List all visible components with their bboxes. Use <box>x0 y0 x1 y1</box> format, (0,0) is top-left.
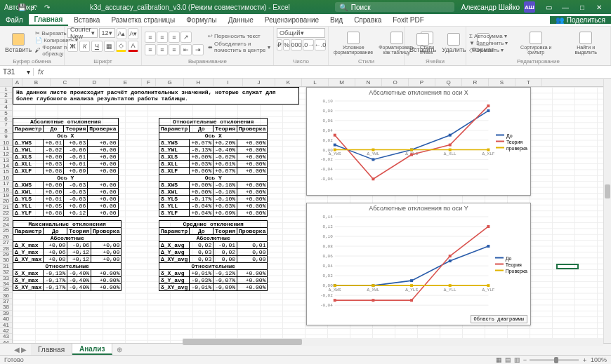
zoom-level[interactable]: 100% <box>591 356 607 363</box>
sheet-next-icon[interactable]: ▶ <box>21 346 27 353</box>
zoom-in-icon[interactable]: ＋ <box>582 356 588 365</box>
font-color-icon[interactable]: A <box>128 41 138 52</box>
svg-text:Δ_YWL: Δ_YWL <box>367 151 379 156</box>
fx-icon[interactable]: fx <box>34 68 48 76</box>
svg-rect-70 <box>334 299 336 302</box>
align-right-icon[interactable]: ≡ <box>169 44 180 55</box>
svg-text:Δ_YLF: Δ_YLF <box>482 288 494 292</box>
indent-inc-icon[interactable]: ⇥ <box>192 44 204 55</box>
undo-icon[interactable]: ↶ <box>29 4 39 11</box>
save-icon[interactable]: 💾 <box>17 4 27 11</box>
menu-foxit[interactable]: Foxit PDF <box>387 14 429 26</box>
scrollbar-horizontal[interactable] <box>183 338 603 346</box>
fontsize-select[interactable]: 12 ▾ <box>99 28 115 38</box>
svg-rect-77 <box>410 284 413 287</box>
svg-text:0,08: 0,08 <box>322 244 333 249</box>
sheet-tab-analysis[interactable]: Анализ <box>72 344 112 355</box>
scrollbar-vertical[interactable] <box>603 79 611 343</box>
font-select[interactable]: Courier New ▾ <box>67 28 98 38</box>
percent-icon[interactable]: % <box>283 39 290 50</box>
shrink-font-icon[interactable]: A▾ <box>128 28 138 39</box>
menu-review[interactable]: Рецензирование <box>259 14 324 26</box>
paste-icon <box>12 33 25 46</box>
data-table: Абсолютные отклоненияПараметрДоТеорияПро… <box>13 118 119 217</box>
grow-font-icon[interactable]: A▴ <box>117 28 127 39</box>
svg-rect-33 <box>487 105 490 107</box>
name-box[interactable]: T31▾ <box>0 68 34 76</box>
avatar[interactable]: АШ <box>524 1 535 13</box>
close-icon[interactable]: ✕ <box>591 4 607 11</box>
paste-button[interactable]: Вставить <box>3 33 34 53</box>
menu-help[interactable]: Справка <box>348 14 387 26</box>
sheet-add-icon[interactable]: ⊕ <box>112 346 126 353</box>
comma-icon[interactable]: 000 <box>291 39 302 50</box>
menu-view[interactable]: Вид <box>324 14 348 26</box>
chart-y[interactable]: Абсолютные отклонения по оси Y -0,04-0,0… <box>306 203 531 325</box>
grid[interactable]: 1234567891011121314151617181920212223242… <box>0 79 611 345</box>
minimize-icon[interactable]: — <box>558 4 573 11</box>
fill-color-icon[interactable]: ◇ <box>116 41 126 52</box>
svg-rect-34 <box>334 149 336 151</box>
view-break-icon[interactable]: ▥ <box>514 356 520 363</box>
find-select-button[interactable]: Найти и выделить <box>564 32 607 55</box>
align-mid-icon[interactable]: ≡ <box>157 32 168 43</box>
search-box[interactable]: 🔍 Поиск <box>335 2 454 12</box>
svg-text:0,04: 0,04 <box>322 128 333 133</box>
group-cells-label: Ячейки <box>407 58 463 65</box>
insert-cells-button[interactable]: Вставить <box>407 33 438 53</box>
wrap-text-button[interactable]: ↩ Переносить текст <box>208 33 270 39</box>
menu-home[interactable]: Главная <box>29 14 69 26</box>
number-format-select[interactable]: Общий ▾ <box>277 28 325 38</box>
zoom-slider[interactable] <box>530 359 579 361</box>
svg-rect-76 <box>372 284 374 287</box>
orientation-icon[interactable]: ↗ <box>180 32 192 43</box>
delete-cells-icon <box>447 33 460 46</box>
sheet-prev-icon[interactable]: ◀ <box>14 346 20 353</box>
ribbon-options-icon[interactable]: ▭ <box>541 4 556 11</box>
border-icon[interactable]: ▦ <box>104 41 114 52</box>
svg-text:-0,04: -0,04 <box>320 167 333 172</box>
autosum-button[interactable]: Σ Автосумма ▾ <box>469 33 508 39</box>
chart-area-button[interactable]: Область диаграммы <box>471 315 527 323</box>
align-left-icon[interactable]: ≡ <box>145 44 156 55</box>
menu-formulas[interactable]: Формулы <box>180 14 223 26</box>
view-normal-icon[interactable]: ▦ <box>496 356 502 363</box>
clear-button[interactable]: ◇ Очистить ▾ <box>469 47 508 53</box>
row-headers[interactable]: 1234567891011121314151617181920212223242… <box>0 79 13 345</box>
chart-y-legend: ДоТеорияПроверка <box>495 254 527 274</box>
share-button[interactable]: 👥Поделиться <box>550 16 611 24</box>
align-center-icon[interactable]: ≡ <box>157 44 168 55</box>
italic-icon[interactable]: К <box>79 41 90 52</box>
col-headers[interactable]: ABCDEFGHIJKLMNOPQRST <box>13 79 611 87</box>
merge-center-button[interactable]: ⬌ Объединить и поместить в центре ▾ <box>208 41 270 53</box>
align-bot-icon[interactable]: ≡ <box>169 32 180 43</box>
sheet-tabs: ◀▶ Главная Анализ ⊕ <box>0 343 611 355</box>
menu-insert[interactable]: Вставка <box>68 14 105 26</box>
svg-rect-74 <box>487 225 490 228</box>
zoom-out-icon[interactable]: − <box>523 356 527 363</box>
menu-data[interactable]: Данные <box>223 14 259 26</box>
svg-text:Δ_XWL: Δ_XWL <box>367 288 379 292</box>
menu-layout[interactable]: Разметка страницы <box>105 14 180 26</box>
underline-icon[interactable]: Ч <box>91 41 102 52</box>
bold-icon[interactable]: Ж <box>67 41 78 52</box>
inc-decimal-icon[interactable]: .0→ <box>303 39 314 50</box>
dec-decimal-icon[interactable]: ←.0 <box>315 39 326 50</box>
menu-file[interactable]: Файл <box>0 14 29 26</box>
autosave-toggle[interactable]: Автосохр. <box>4 4 14 11</box>
svg-rect-71 <box>372 299 374 302</box>
svg-rect-67 <box>410 279 413 282</box>
sort-filter-button[interactable]: Сортировка и фильтр <box>511 32 561 55</box>
cond-format-button[interactable]: Условное форматирование <box>331 32 375 55</box>
user-name[interactable]: Александр Шайко <box>461 4 520 11</box>
delete-cells-button[interactable]: Удалить <box>440 33 468 53</box>
fill-button[interactable]: ▼ Заполнить ▾ <box>469 40 508 46</box>
view-layout-icon[interactable]: ▤ <box>505 356 511 363</box>
maximize-icon[interactable]: □ <box>574 4 590 11</box>
chart-x[interactable]: Абсолютные отклонения по оси X -0,06-0,0… <box>306 87 531 196</box>
redo-icon[interactable]: ↷ <box>42 4 52 11</box>
align-top-icon[interactable]: ≡ <box>145 32 156 43</box>
indent-dec-icon[interactable]: ⇤ <box>180 44 192 55</box>
sheet-tab-main[interactable]: Главная <box>31 344 72 355</box>
currency-icon[interactable]: ₽ <box>277 39 282 50</box>
